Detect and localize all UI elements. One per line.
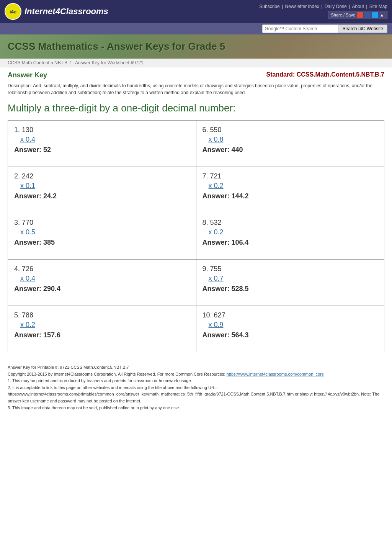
- twitter-icon: [372, 12, 378, 18]
- problem-number: 1. 130: [14, 126, 190, 134]
- problem-multiplier: x 0.2: [209, 182, 378, 190]
- nav-links: Subscribe | Newsletter Index | Daily Dos…: [259, 4, 387, 9]
- problem-row: 3. 770x 0.5Answer: 3858. 532x 0.2Answer:…: [8, 213, 384, 260]
- problems-grid: 1. 130x 0.4Answer: 526. 550x 0.8Answer: …: [8, 120, 384, 352]
- page-banner: CCSS Mathematics - Answer Keys for Grade…: [0, 34, 392, 59]
- answer-key-header: Answer Key Standard: CCSS.Math.Content.5…: [8, 71, 384, 79]
- problem-row: 4. 726x 0.4Answer: 290.49. 755x 0.7Answe…: [8, 260, 384, 306]
- problem-multiplier: x 0.5: [20, 228, 190, 236]
- problem-answer: Answer: 440: [203, 146, 378, 154]
- footer-note2: 2. It is acceptable to link to this page…: [8, 384, 384, 391]
- problem-cell: 10. 627x 0.9Answer: 564.3: [196, 306, 384, 352]
- problem-answer: Answer: 564.3: [203, 331, 378, 339]
- share-label: Share / Save: [331, 13, 356, 17]
- logo-icon: i4c: [5, 3, 21, 20]
- problem-answer: Answer: 24.2: [14, 192, 190, 200]
- problem-multiplier: x 0.2: [209, 228, 378, 236]
- site-name: Internet4Classrooms: [24, 7, 108, 16]
- problem-multiplier: x 0.4: [20, 136, 190, 144]
- problem-cell: 1. 130x 0.4Answer: 52: [8, 121, 196, 167]
- problem-answer: Answer: 106.4: [203, 239, 378, 247]
- problem-multiplier: x 0.7: [209, 275, 378, 283]
- worksheet-title: Multiply a three-digit by a one-digit de…: [8, 102, 384, 114]
- problem-answer: Answer: 528.5: [203, 285, 378, 293]
- nav-daily-dose[interactable]: Daily Dose: [325, 4, 347, 9]
- problem-answer: Answer: 385: [14, 239, 190, 247]
- problem-cell: 2. 242x 0.1Answer: 24.2: [8, 167, 196, 213]
- problem-multiplier: x 0.4: [20, 275, 190, 283]
- problem-cell: 7. 721x 0.2Answer: 144.2: [196, 167, 384, 213]
- standard-label: Standard: CCSS.Math.Content.5.NBT.B.7: [266, 71, 384, 78]
- footer-url: https://www.internet4classrooms.com/prin…: [8, 391, 384, 404]
- site-header: i4c Internet4Classrooms Subscribe | News…: [0, 0, 392, 23]
- footer-note1: 1. This may be printed and reproduced by…: [8, 378, 384, 384]
- search-button[interactable]: Search I4C Website: [339, 25, 388, 33]
- main-content: Answer Key Standard: CCSS.Math.Content.5…: [0, 67, 392, 360]
- share-bar: Share / Save ▲: [259, 11, 387, 19]
- problem-number: 3. 770: [14, 219, 190, 227]
- problem-number: 5. 788: [14, 311, 190, 319]
- share-more-icon: ▲: [380, 13, 384, 17]
- problem-row: 1. 130x 0.4Answer: 526. 550x 0.8Answer: …: [8, 121, 384, 167]
- problem-row: 2. 242x 0.1Answer: 24.27. 721x 0.2Answer…: [8, 167, 384, 213]
- problem-number: 6. 550: [203, 126, 378, 134]
- share-button[interactable]: Share / Save ▲: [328, 11, 387, 19]
- nav-newsletter[interactable]: Newsletter Index: [285, 4, 319, 9]
- logo-area: i4c Internet4Classrooms: [5, 3, 108, 20]
- problem-cell: 4. 726x 0.4Answer: 290.4: [8, 260, 196, 306]
- breadcrumb: CCSS.Math.Content.5.NBT.B.7 - Answer Key…: [0, 59, 392, 67]
- problem-multiplier: x 0.1: [20, 182, 190, 190]
- problem-cell: 9. 755x 0.7Answer: 528.5: [196, 260, 384, 306]
- nav-subscribe[interactable]: Subscribe: [259, 4, 279, 9]
- problem-multiplier: x 0.8: [209, 136, 378, 144]
- problem-answer: Answer: 157.6: [14, 331, 190, 339]
- answer-key-title: Answer Key: [8, 71, 47, 79]
- problem-number: 9. 755: [203, 265, 378, 273]
- problem-row: 5. 788x 0.2Answer: 157.610. 627x 0.9Answ…: [8, 306, 384, 352]
- problem-number: 4. 726: [14, 265, 190, 273]
- problem-multiplier: x 0.2: [20, 321, 190, 329]
- problem-number: 8. 532: [203, 219, 378, 227]
- facebook-icon: [364, 12, 371, 18]
- nav-about[interactable]: About: [352, 4, 364, 9]
- problem-answer: Answer: 290.4: [14, 285, 190, 293]
- search-input[interactable]: [262, 25, 339, 33]
- footer-line2: Copyright 2013-2015 by Internet4Classroo…: [8, 371, 384, 378]
- problem-number: 2. 242: [14, 172, 190, 180]
- banner-title: CCSS Mathematics - Answer Keys for Grade…: [8, 41, 384, 52]
- problem-cell: 8. 532x 0.2Answer: 106.4: [196, 213, 384, 259]
- footer-notes: Answer Key for Printable #: 9721-CCSS.Ma…: [0, 360, 392, 415]
- footer-line1: Answer Key for Printable #: 9721-CCSS.Ma…: [8, 364, 384, 371]
- problem-cell: 6. 550x 0.8Answer: 440: [196, 121, 384, 167]
- search-bar: Search I4C Website: [0, 23, 392, 34]
- nav-sitemap[interactable]: Site Map: [369, 4, 387, 9]
- google-plus-icon: [357, 12, 363, 18]
- problem-cell: 5. 788x 0.2Answer: 157.6: [8, 306, 196, 352]
- header-right: Subscribe | Newsletter Index | Daily Dos…: [259, 4, 387, 19]
- problem-answer: Answer: 52: [14, 146, 190, 154]
- footer-note3: 3. This image and data thereon may not b…: [8, 405, 384, 412]
- problem-number: 7. 721: [203, 172, 378, 180]
- problem-multiplier: x 0.9: [209, 321, 378, 329]
- standard-description: Description: Add, subtract, multiply, an…: [8, 82, 384, 96]
- cc-link[interactable]: https://www.internet4classrooms.com/comm…: [227, 372, 324, 376]
- problem-answer: Answer: 144.2: [203, 192, 378, 200]
- problem-number: 10. 627: [203, 311, 378, 319]
- problem-cell: 3. 770x 0.5Answer: 385: [8, 213, 196, 259]
